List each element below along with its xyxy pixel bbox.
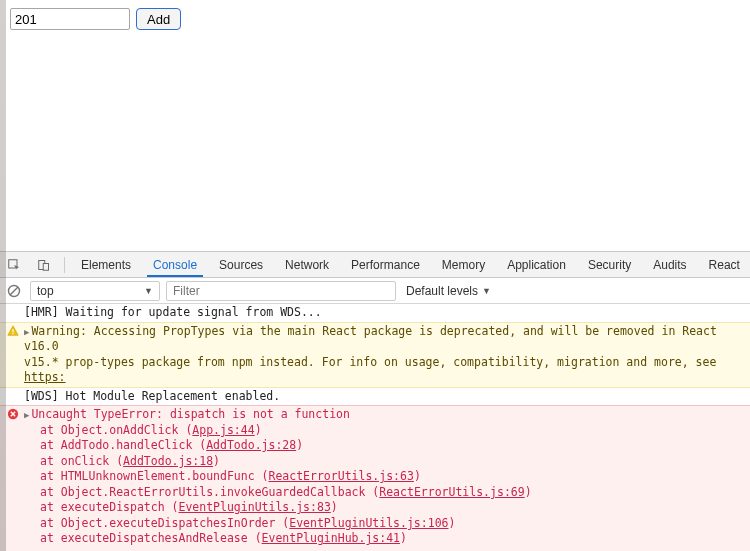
svg-rect-5 — [12, 329, 13, 332]
tab-elements[interactable]: Elements — [75, 253, 137, 276]
context-select[interactable]: top ▼ — [30, 281, 160, 301]
stack-frame: at AddTodo.handleClick (AddTodo.js:28) — [24, 438, 744, 454]
tab-react[interactable]: React — [703, 253, 746, 276]
clear-console-icon[interactable] — [4, 281, 24, 301]
tab-console[interactable]: Console — [147, 253, 203, 277]
stack-frame: at Object.ReactErrorUtils.invokeGuardedC… — [24, 485, 744, 501]
log-text: Warning: Accessing PropTypes via the mai… — [24, 324, 717, 354]
stack-frame: at onClick (AddTodo.js:18) — [24, 454, 744, 470]
log-text: [WDS] Hot Module Replacement enabled. — [24, 389, 750, 405]
svg-rect-6 — [12, 333, 13, 334]
inspect-icon[interactable] — [4, 255, 24, 275]
tab-memory[interactable]: Memory — [436, 253, 491, 276]
log-link[interactable]: https: — [24, 370, 66, 384]
tab-audits[interactable]: Audits — [647, 253, 692, 276]
stack-frame: at executeDispatchesAndRelease (EventPlu… — [24, 531, 744, 547]
log-text: [HMR] Waiting for update signal from WDS… — [24, 305, 750, 321]
log-info: [WDS] Hot Module Replacement enabled. — [0, 388, 750, 406]
console-output: [HMR] Waiting for update signal from WDS… — [0, 304, 750, 551]
devtools-panel: Elements Console Sources Network Perform… — [0, 251, 750, 551]
source-link[interactable]: AddTodo.js:28 — [206, 438, 296, 452]
device-toggle-icon[interactable] — [34, 255, 54, 275]
source-link[interactable]: EventPluginHub.js:41 — [262, 531, 400, 545]
stack-frame: at Object.onAddClick (App.js:44) — [24, 423, 744, 439]
stack-frame: at Object.executeDispatchesInOrder (Even… — [24, 516, 744, 532]
levels-select[interactable]: Default levels ▼ — [406, 284, 491, 298]
source-link[interactable]: EventPluginUtils.js:83 — [178, 500, 330, 514]
chevron-down-icon: ▼ — [144, 286, 153, 296]
add-button[interactable]: Add — [136, 8, 181, 30]
context-select-value: top — [37, 284, 54, 298]
levels-select-label: Default levels — [406, 284, 478, 298]
log-warning: ▶Warning: Accessing PropTypes via the ma… — [0, 322, 750, 388]
log-info: [HMR] Waiting for update signal from WDS… — [0, 304, 750, 322]
source-link[interactable]: App.js:44 — [192, 423, 254, 437]
todo-input[interactable] — [10, 8, 130, 30]
tab-network[interactable]: Network — [279, 253, 335, 276]
error-message: Uncaught TypeError: dispatch is not a fu… — [31, 407, 350, 421]
stack-frame: at executeDispatch (EventPluginUtils.js:… — [24, 500, 744, 516]
chevron-down-icon: ▼ — [482, 286, 491, 296]
add-todo-form: Add — [10, 8, 740, 30]
tab-sources[interactable]: Sources — [213, 253, 269, 276]
source-link[interactable]: AddTodo.js:18 — [123, 454, 213, 468]
filter-input[interactable] — [166, 281, 396, 301]
log-error: ▶Uncaught TypeError: dispatch is not a f… — [0, 405, 750, 551]
tab-performance[interactable]: Performance — [345, 253, 426, 276]
stack-frame: at HTMLUnknownElement.boundFunc (ReactEr… — [24, 469, 744, 485]
tab-application[interactable]: Application — [501, 253, 572, 276]
svg-line-4 — [10, 287, 18, 295]
console-filterbar: top ▼ Default levels ▼ — [0, 278, 750, 304]
source-link[interactable]: ReactErrorUtils.js:63 — [268, 469, 413, 483]
devtools-tabbar: Elements Console Sources Network Perform… — [0, 252, 750, 278]
app-viewport: Add — [0, 0, 750, 251]
source-link[interactable]: ReactErrorUtils.js:69 — [379, 485, 524, 499]
source-link[interactable]: EventPluginUtils.js:106 — [289, 516, 448, 530]
svg-rect-2 — [43, 263, 48, 270]
log-text: v15.* prop-types package from npm instea… — [24, 355, 716, 369]
tab-security[interactable]: Security — [582, 253, 637, 276]
